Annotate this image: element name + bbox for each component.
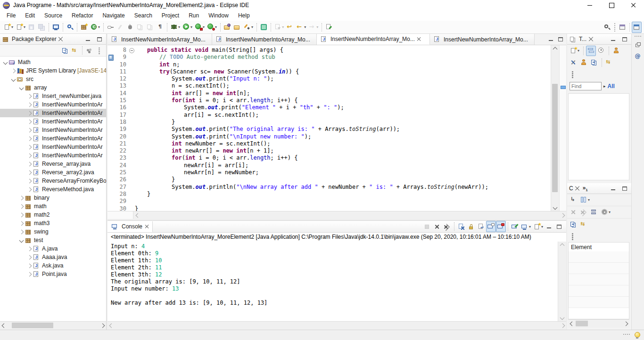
code-text[interactable]: }	[135, 191, 150, 198]
code-line[interactable]: 21int newNumber = sc.nextInt();	[107, 140, 551, 147]
code-editor[interactable]: 8public static void main(String[] args) …	[107, 45, 551, 211]
expand-arrow-icon[interactable]	[26, 256, 33, 259]
minimize-editor-button[interactable]	[546, 35, 556, 44]
remove-all-terminated-button[interactable]	[442, 221, 452, 232]
console-line[interactable]	[111, 292, 558, 300]
code-text[interactable]: for(int i = 0; i < arr.length; i++) {	[135, 154, 297, 162]
scroll-left-icon[interactable]	[568, 320, 576, 327]
console-line[interactable]: Input new number: 13	[111, 285, 558, 292]
code-text[interactable]: }	[135, 205, 138, 211]
tree-item[interactable]: math3	[0, 219, 106, 227]
tree-item[interactable]: Ask.java	[0, 261, 106, 270]
word-wrap-button[interactable]	[476, 221, 486, 232]
expand-arrow-icon[interactable]	[26, 95, 33, 98]
mark-occurrences-button[interactable]: ▾	[242, 22, 255, 33]
code-line[interactable]: 15for(int i = 0; i < arr.length; i++) {	[107, 97, 551, 104]
focus-on-workweek-button[interactable]	[611, 46, 621, 56]
code-line[interactable]: 23for(int i = 0; i < arr.length; i++) {	[107, 154, 551, 162]
code-line[interactable]: 12System.out.print("Input n: ");	[107, 75, 551, 82]
tree-item[interactable]: Aaaa.java	[0, 253, 106, 261]
code-line[interactable]: 16System.out.print("Element " + i + "th"…	[107, 104, 551, 111]
forward-history-dropdown-arrow[interactable]: ▾	[316, 25, 318, 29]
show-source-element-button[interactable]	[569, 195, 578, 205]
close-view-icon[interactable]	[588, 37, 593, 41]
tree-item[interactable]: binary	[0, 194, 106, 202]
code-text[interactable]: System.out.println("\nNew array after ad…	[135, 184, 488, 191]
console-line[interactable]: Element 3th: 12	[111, 271, 558, 278]
code-text[interactable]: arr[i] = sc.nextInt();	[135, 112, 259, 119]
expand-arrow-icon[interactable]	[26, 112, 33, 115]
minimize-view-button[interactable]	[83, 35, 93, 43]
tree-item[interactable]: Reverse_array.java	[0, 160, 106, 168]
categorized-view-button[interactable]	[586, 46, 596, 56]
code-line[interactable]: 29	[107, 198, 551, 205]
new-task-dropdown-arrow[interactable]: ▾	[578, 49, 579, 53]
code-line[interactable]: 26}	[107, 176, 551, 183]
code-text[interactable]: // TODO Auto-generated method stub	[135, 54, 275, 61]
collapse-arrow-icon[interactable]	[2, 61, 8, 64]
scrollbar-thumb[interactable]	[552, 84, 558, 192]
occurrence-marker[interactable]	[561, 86, 566, 89]
code-text[interactable]: try(Scanner sc= new Scanner(System.in)) …	[135, 68, 299, 75]
tree-item[interactable]: Math	[0, 58, 106, 66]
scroll-left-icon[interactable]	[134, 211, 141, 219]
tree-item[interactable]: InsertNewNumberIntoAr	[0, 109, 106, 117]
profile-button[interactable]: ▾	[206, 22, 218, 33]
annotation-button[interactable]	[259, 22, 269, 33]
profile-dropdown-arrow[interactable]: ▾	[215, 25, 217, 29]
code-text[interactable]: for(int i = 0; i < arr.length; i++) {	[135, 97, 297, 104]
expand-arrow-icon[interactable]	[26, 162, 33, 166]
restore-view-icon[interactable]	[634, 41, 642, 49]
code-line[interactable]: 28}	[107, 191, 551, 198]
editor-tab-3[interactable]: InsertNewNumberIntoArray_Mo...	[317, 34, 430, 45]
tree-item[interactable]: src	[0, 75, 106, 83]
tree-item[interactable]: InsertNewNumberIntoAr	[0, 117, 106, 126]
last-edit-location-button[interactable]	[324, 22, 334, 33]
editor-horizontal-scrollbar[interactable]	[107, 211, 566, 219]
open-type-button[interactable]	[65, 22, 75, 33]
view-overflow-indicator[interactable]: »1	[583, 185, 588, 192]
code-line[interactable]: 20System.out.print("\nInput new number: …	[107, 133, 551, 140]
new-button[interactable]: ▾	[2, 22, 15, 33]
minimize-view-button[interactable]	[609, 35, 618, 43]
code-text[interactable]: public static void main(String[] args) {	[135, 47, 283, 54]
clean-up-button[interactable]	[125, 22, 135, 33]
console-line[interactable]: Element 2th: 11	[111, 264, 558, 271]
view-menu-icon[interactable]	[569, 232, 577, 240]
scroll-up-icon[interactable]	[558, 242, 566, 249]
link-with-selection-button[interactable]	[579, 219, 589, 230]
menu-source[interactable]: Source	[40, 11, 67, 20]
close-view-icon[interactable]	[58, 37, 63, 41]
tree-item[interactable]: InsertNewNumberIntoAr	[0, 134, 106, 143]
expand-arrow-icon[interactable]	[26, 103, 33, 106]
code-line[interactable]: 11try(Scanner sc= new Scanner(System.in)…	[107, 68, 551, 75]
console-tab[interactable]: Console	[107, 221, 153, 232]
find-input[interactable]	[570, 82, 602, 90]
scrollbar-thumb[interactable]	[12, 323, 53, 328]
menu-navigate[interactable]: Navigate	[98, 11, 129, 20]
tree-item[interactable]: InsertNewNumberIntoAr	[0, 100, 106, 109]
show-whitespace-button[interactable]	[155, 22, 165, 33]
code-line[interactable]: 17arr[i] = sc.nextInt();	[107, 112, 551, 119]
code-line[interactable]: 27System.out.println("\nNew array after …	[107, 184, 551, 191]
collapse-all-elements-button[interactable]	[569, 219, 578, 230]
expand-arrow-icon[interactable]	[26, 247, 33, 251]
tree-item[interactable]: InsertNewNumberIntoAr	[0, 143, 106, 151]
code-text[interactable]: int arr[] = new int[n];	[135, 90, 250, 97]
tree-item[interactable]: swing	[0, 227, 106, 236]
scroll-up-icon[interactable]	[551, 45, 559, 53]
code-line[interactable]: 10int n;	[107, 61, 551, 68]
tree-item[interactable]: Reverse_array2.java	[0, 168, 106, 177]
menu-project[interactable]: Project	[157, 11, 184, 20]
expand-arrow-icon[interactable]	[26, 264, 33, 267]
console-view-button[interactable]	[51, 22, 61, 33]
export-button[interactable]	[232, 22, 242, 33]
scroll-down-icon[interactable]	[551, 203, 559, 211]
layout-button[interactable]: ▾	[579, 195, 591, 205]
tree-item[interactable]: array	[0, 83, 106, 92]
tree-item[interactable]: math2	[0, 210, 106, 219]
editor-tab-4[interactable]: InsertNewNumberIntoArray_Mo...	[430, 34, 535, 45]
at-view-icon[interactable]	[634, 52, 642, 60]
maximize-view-button[interactable]	[620, 35, 629, 43]
external-tools-button[interactable]	[106, 22, 116, 33]
